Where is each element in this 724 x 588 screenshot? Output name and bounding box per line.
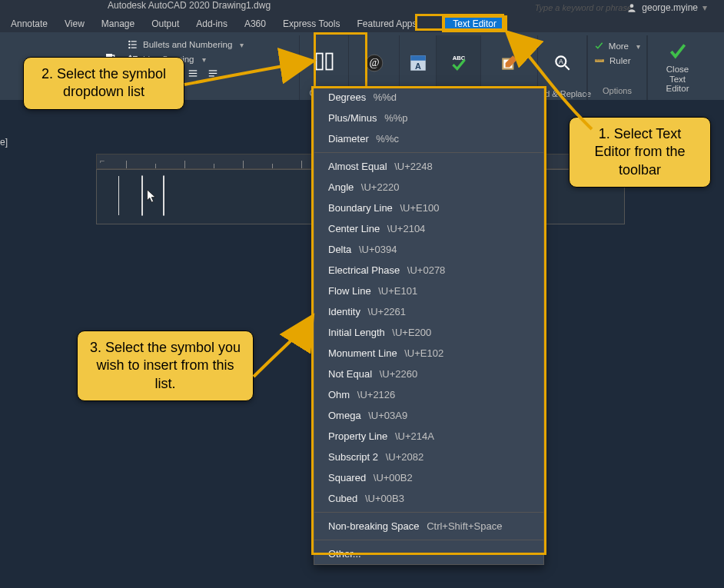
svg-rect-20: [189, 70, 198, 71]
symbol-menu-item-code: \U+2260: [377, 368, 417, 380]
field-button[interactable]: A: [400, 50, 436, 76]
svg-point-6: [128, 47, 130, 48]
check-large-icon: [668, 42, 688, 61]
columns-dropdown[interactable]: [314, 51, 335, 75]
svg-point-2: [128, 41, 130, 42]
svg-rect-23: [209, 70, 218, 71]
menu-addins[interactable]: Add-ins: [188, 17, 235, 31]
svg-rect-5: [131, 44, 137, 45]
app-title: Autodesk AutoCAD 2020 Drawing1.dwg: [108, 0, 271, 11]
svg-point-0: [630, 4, 634, 8]
menu-express[interactable]: Express Tools: [275, 17, 347, 31]
svg-rect-7: [131, 48, 137, 48]
symbol-menu-item-code: \U+0278: [404, 264, 445, 276]
symbol-menu-item-label: Degrees: [328, 91, 366, 103]
symbol-menu-item[interactable]: Ohm \U+2126: [314, 384, 543, 405]
user-name: george.myine: [642, 2, 698, 13]
symbol-menu-item[interactable]: Other...: [314, 543, 543, 564]
symbol-menu-item[interactable]: Flow Line \U+E101: [314, 281, 543, 301]
user-menu[interactable]: george.myine ▾: [626, 2, 707, 13]
symbol-menu-item[interactable]: Cubed \U+00B3: [314, 488, 543, 509]
symbol-menu-item-code: \U+E100: [397, 202, 440, 214]
menu-a360[interactable]: A360: [237, 17, 274, 31]
svg-rect-21: [189, 73, 198, 74]
symbol-menu-item-code: %%d: [370, 91, 397, 103]
symbol-menu-item-code: %%p: [382, 112, 408, 124]
dictionary-pencil-icon: [500, 53, 520, 73]
close-label: Close Text Editor: [662, 65, 693, 94]
svg-point-4: [128, 44, 130, 45]
options-panel-label: Options: [594, 85, 640, 97]
symbol-menu-item-label: Flow Line: [328, 285, 371, 297]
symbol-menu-item-code: \U+2082: [383, 451, 423, 463]
menu-output[interactable]: Output: [144, 17, 187, 31]
user-icon: [626, 2, 637, 13]
symbol-menu-item-code: \U+00B3: [362, 493, 404, 504]
symbol-menu-item[interactable]: Boundary Line \U+E100: [314, 198, 543, 218]
menu-annotate[interactable]: Annotate: [3, 17, 55, 31]
align-distribute-button[interactable]: [208, 68, 218, 81]
symbol-dropdown[interactable]: @: [357, 50, 392, 76]
ruler-label: Ruler: [609, 56, 630, 65]
menu-manage[interactable]: Manage: [94, 17, 142, 31]
symbol-menu-item-label: Boundary Line: [328, 202, 393, 214]
symbol-menu-item[interactable]: Subscript 2 \U+2082: [314, 447, 543, 467]
symbol-menu-item[interactable]: Omega \U+03A9: [314, 405, 543, 426]
symbol-menu-item-code: \U+214A: [392, 430, 434, 442]
check-icon: [594, 41, 604, 51]
ruler-icon: [594, 55, 605, 66]
bullets-numbering-dropdown[interactable]: Bullets and Numbering: [128, 38, 293, 51]
find-icon: A: [553, 53, 573, 73]
svg-rect-22: [189, 75, 198, 76]
symbol-menu-item-label: Plus/Minus: [328, 112, 377, 124]
tab-text-editor[interactable]: Text Editor: [443, 16, 506, 32]
close-text-editor-button[interactable]: Close Text Editor: [654, 38, 701, 97]
find-replace-button[interactable]: A: [545, 50, 580, 76]
symbol-menu-item[interactable]: Plus/Minus %%p: [314, 108, 543, 128]
symbol-menu-item[interactable]: Center Line \U+2104: [314, 218, 543, 239]
symbol-menu-item[interactable]: Not Equal \U+2260: [314, 364, 543, 384]
symbol-menu-item-label: Squared: [328, 472, 366, 483]
symbol-menu-item[interactable]: Initial Length \U+E200: [314, 322, 543, 343]
symbol-menu-item[interactable]: Diameter %%c: [314, 128, 543, 149]
more-dropdown[interactable]: More: [594, 40, 640, 52]
edit-dictionaries-button[interactable]: [492, 50, 527, 76]
search-placeholder[interactable]: Type a keyword or phrase: [535, 3, 632, 12]
svg-rect-26: [316, 54, 322, 70]
symbol-menu-item[interactable]: Degrees %%d: [314, 87, 543, 108]
bullets-label: Bullets and Numbering: [143, 40, 232, 49]
svg-rect-25: [209, 75, 214, 76]
at-symbol-icon: @: [364, 53, 384, 73]
symbol-menu-item[interactable]: Angle \U+2220: [314, 177, 543, 198]
columns-icon: [314, 51, 335, 72]
spell-check-button[interactable]: ABC: [441, 50, 477, 76]
check-abc-icon: ABC: [449, 53, 469, 73]
align-justify-button[interactable]: [188, 68, 198, 81]
symbol-menu-item-label: Electrical Phase: [328, 264, 400, 276]
ruler-toggle[interactable]: Ruler: [594, 55, 640, 67]
symbol-menu-item[interactable]: Non-breaking Space Ctrl+Shift+Space: [314, 516, 543, 537]
symbol-menu-item[interactable]: Property Line \U+214A: [314, 426, 543, 447]
symbol-menu-item-code: \U+00B2: [370, 472, 413, 483]
symbol-menu-item-code: \U+2104: [384, 223, 425, 234]
symbol-menu-item-label: Omega: [328, 410, 361, 421]
ruler-caret-icon: ⌐: [100, 156, 105, 165]
symbol-menu-item[interactable]: Identity \U+2261: [314, 301, 543, 322]
more-label: More: [609, 42, 629, 51]
svg-text:@: @: [369, 56, 379, 68]
symbol-menu-item-label: Almost Equal: [328, 161, 387, 172]
symbol-menu-item[interactable]: Squared \U+00B2: [314, 467, 543, 488]
menu-featured[interactable]: Featured Apps: [349, 17, 424, 31]
symbol-menu-item[interactable]: Almost Equal \U+2248: [314, 156, 543, 177]
symbol-menu-item-code: \U+2126: [354, 389, 395, 400]
symbol-menu-item[interactable]: Electrical Phase \U+0278: [314, 260, 543, 281]
callout-1: 1. Select Text Editor from the toolbar: [569, 117, 711, 188]
svg-rect-1: [106, 54, 112, 57]
symbol-menu-item[interactable]: Monument Line \U+E102: [314, 343, 543, 364]
symbol-menu-item-label: Angle: [328, 181, 354, 193]
svg-text:A: A: [558, 58, 563, 65]
symbol-menu-item[interactable]: Delta \U+0394: [314, 239, 543, 260]
callout-3: 3. Select the symbol you wish to insert …: [77, 331, 254, 401]
symbol-menu-item-label: Initial Length: [328, 327, 385, 338]
menu-view[interactable]: View: [57, 17, 92, 31]
